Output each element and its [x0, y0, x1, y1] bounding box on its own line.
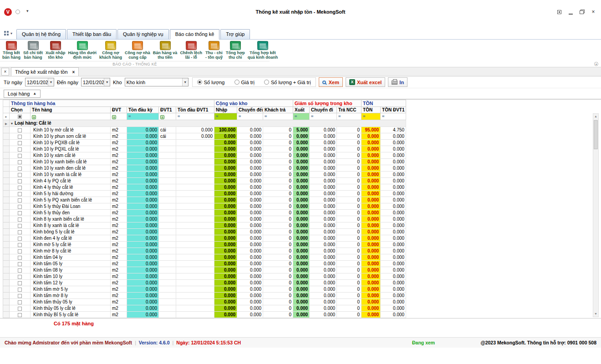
col-header-dvt[interactable]: ĐVT — [111, 107, 127, 113]
document-tab[interactable]: Thống kê xuất nhập tồn × — [11, 67, 79, 76]
row-checkbox[interactable] — [18, 294, 22, 298]
filter-ton-dvt1[interactable] — [381, 113, 406, 120]
select-all-checkbox[interactable] — [18, 115, 22, 119]
col-header-ton[interactable]: TỒN — [362, 107, 381, 113]
scrollbar-thumb[interactable] — [594, 120, 598, 149]
row-checkbox[interactable] — [18, 224, 22, 228]
ribbon-button[interactable]: Công nợ nhà cung cấp — [123, 41, 152, 60]
col-header-tra-ncc[interactable]: Trả NCC — [337, 107, 362, 113]
view-button[interactable]: Xem — [319, 77, 343, 87]
pin-button[interactable] — [556, 9, 562, 15]
col-header-chuyen-di[interactable]: Chuyển đi — [310, 107, 337, 113]
close-button[interactable]: × — [590, 9, 596, 15]
menu-tab[interactable]: Quản lý nghiệp vụ — [117, 29, 169, 39]
row-checkbox[interactable] — [18, 288, 22, 292]
warehouse-select[interactable]: Kho kính ▼ — [125, 78, 188, 86]
row-checkbox[interactable] — [18, 205, 22, 209]
col-header-dvt1[interactable]: ĐVT1 — [159, 107, 176, 113]
ribbon-collapse-button[interactable]: ● — [594, 62, 598, 66]
filter-dvt[interactable] — [111, 113, 127, 120]
system-menu-button[interactable]: ▾ — [4, 31, 12, 36]
radio-option[interactable]: Số lượng — [197, 80, 225, 85]
row-checkbox[interactable] — [18, 173, 22, 177]
ribbon-button[interactable]: Bán hàng và thu tiền — [152, 41, 179, 60]
col-header-ton-dau-ky[interactable]: Tồn đầu kỳ — [127, 107, 159, 113]
filter-ton[interactable] — [362, 113, 381, 120]
row-checkbox[interactable] — [18, 300, 22, 304]
menu-tab[interactable]: Quản trị hệ thống — [16, 29, 66, 39]
ribbon-button[interactable]: Hàng tồn dưới định mức — [67, 41, 98, 60]
filter-ten-hang[interactable] — [31, 113, 111, 120]
group-row[interactable]: ▸ ▾Loại hàng: Cắt lẻ — [3, 120, 406, 127]
row-checkbox[interactable] — [18, 186, 22, 190]
group-by-field-button[interactable]: Loại hàng ▲ — [4, 90, 41, 98]
from-date-input[interactable]: 12/01/2024 ▼ — [25, 78, 54, 86]
col-header-xuat[interactable]: Xuất — [293, 107, 310, 113]
vertical-scrollbar[interactable]: ▲ ▼ — [593, 113, 599, 317]
row-checkbox[interactable] — [18, 141, 22, 145]
ribbon-button[interactable]: Số chi tiết bán hàng — [22, 41, 44, 60]
row-checkbox[interactable] — [18, 198, 22, 202]
row-checkbox[interactable] — [18, 262, 22, 266]
ribbon-button[interactable]: Tổng hợp thu chi — [224, 41, 246, 60]
row-checkbox[interactable] — [18, 192, 22, 196]
chevron-down-icon[interactable]: ▼ — [104, 78, 110, 86]
print-button[interactable]: In — [388, 77, 407, 87]
group-row-cell[interactable]: ▾Loại hàng: Cắt lẻ — [10, 120, 406, 127]
row-checkbox[interactable] — [18, 135, 22, 139]
col-header-ton-dau-dvt1[interactable]: Tồn đầu ĐVT1 — [176, 107, 214, 113]
filter-tra-ncc[interactable] — [337, 113, 362, 120]
ribbon-button[interactable]: Chênh lệch lãi - lỗ — [178, 41, 204, 60]
row-checkbox[interactable] — [18, 243, 22, 247]
minimize-button[interactable] — [567, 9, 574, 15]
col-header-chon[interactable]: Chọn — [10, 107, 31, 113]
row-checkbox[interactable] — [18, 256, 22, 260]
collapse-group-icon[interactable]: ▾ — [11, 121, 13, 126]
col-header-chuyen-den[interactable]: Chuyển đến — [237, 107, 263, 113]
menu-tab[interactable]: Thiết lập ban đầu — [67, 29, 117, 39]
filter-ton-dau-ky[interactable] — [127, 113, 159, 120]
ribbon-button[interactable]: Thu - chi - tồn quỹ — [204, 41, 224, 60]
to-date-input[interactable]: 12/01/2024 ▼ — [81, 78, 110, 86]
export-excel-button[interactable]: X Xuất excel — [346, 77, 385, 87]
row-checkbox[interactable] — [18, 167, 22, 171]
filter-chuyen-di[interactable] — [310, 113, 337, 120]
scroll-up-icon[interactable]: ▲ — [593, 114, 598, 119]
row-checkbox[interactable] — [18, 249, 22, 253]
chevron-down-icon[interactable]: ▼ — [182, 78, 188, 86]
ribbon-button[interactable]: Tổng kết bán hàng — [1, 41, 22, 60]
row-checkbox[interactable] — [18, 313, 22, 317]
radio-option[interactable]: Giá trị — [234, 80, 255, 85]
row-checkbox[interactable] — [18, 179, 22, 183]
filter-dvt1[interactable] — [159, 113, 176, 120]
row-checkbox[interactable] — [18, 268, 22, 273]
radio-option[interactable]: Số lượng + Giá trị — [264, 80, 311, 85]
row-checkbox[interactable] — [18, 230, 22, 234]
row-checkbox[interactable] — [18, 237, 22, 241]
row-checkbox[interactable] — [18, 154, 22, 158]
row-checkbox[interactable] — [18, 217, 22, 222]
ribbon-button[interactable]: Xuất nhập tồn kho — [44, 41, 67, 60]
filter-ton-dau-dvt1[interactable] — [176, 113, 214, 120]
ribbon-button[interactable]: Công nợ khách hàng — [98, 41, 123, 60]
filter-nhap[interactable] — [214, 113, 237, 120]
filter-xuat[interactable] — [293, 113, 310, 120]
col-header-ten-hang[interactable]: Tên hàng — [31, 107, 111, 113]
filter-chuyen-den[interactable] — [237, 113, 263, 120]
col-header-khach-tra[interactable]: Khách trả — [263, 107, 293, 113]
restore-button[interactable] — [579, 9, 585, 15]
col-header-nhap[interactable]: Nhập — [214, 107, 237, 113]
row-checkbox[interactable] — [18, 160, 22, 164]
row-checkbox[interactable] — [18, 275, 22, 279]
menu-tab[interactable]: Báo cáo thống kê — [170, 29, 220, 39]
close-all-tabs-button[interactable]: × — [1, 68, 9, 76]
row-checkbox[interactable] — [18, 147, 22, 152]
row-checkbox[interactable] — [18, 307, 22, 311]
menu-tab[interactable]: Trợ giúp — [220, 29, 250, 39]
filter-khach-tra[interactable] — [263, 113, 293, 120]
tab-close-icon[interactable]: × — [72, 70, 75, 75]
scroll-down-icon[interactable]: ▼ — [593, 311, 598, 317]
col-header-ton-dvt1[interactable]: TỒN ĐVT1 — [381, 107, 406, 113]
filter-chon[interactable] — [10, 113, 31, 120]
row-checkbox[interactable] — [18, 211, 22, 215]
